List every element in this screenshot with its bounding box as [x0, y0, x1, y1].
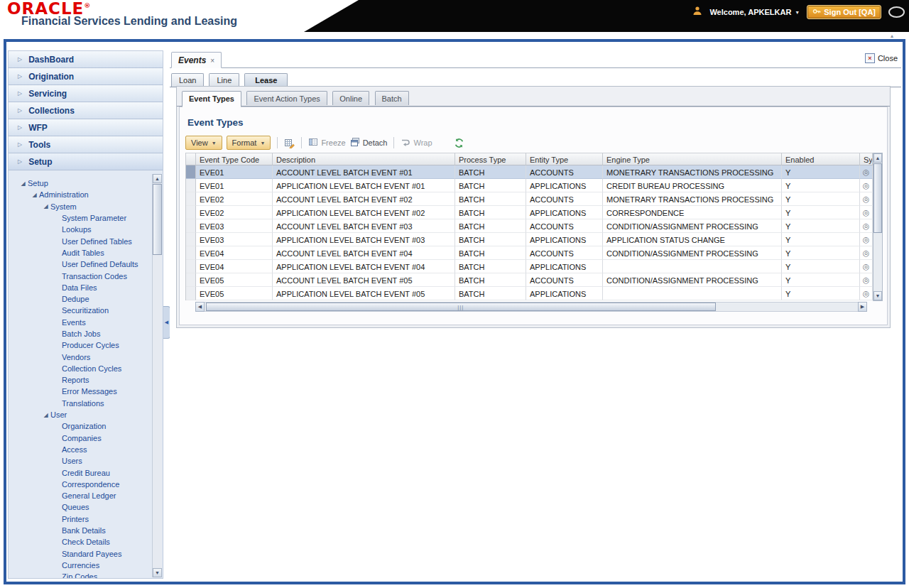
- table-vertical-scrollbar[interactable]: ▲ ▼: [873, 153, 883, 301]
- tree-item[interactable]: Currencies: [9, 560, 151, 571]
- tree-item[interactable]: Credit Bureau: [9, 467, 151, 478]
- cell-process-type[interactable]: BATCH: [455, 260, 526, 273]
- cell-process-type[interactable]: BATCH: [455, 165, 526, 179]
- tree-item[interactable]: Queues: [9, 501, 151, 513]
- row-gutter-cell[interactable]: [186, 165, 196, 179]
- table-row[interactable]: EVE02 APPLICATION LEVEL BATCH EVENT #02 …: [186, 206, 873, 219]
- tree-expand-icon[interactable]: ◢: [41, 412, 50, 418]
- row-gutter-cell[interactable]: [186, 273, 196, 287]
- scroll-up-button[interactable]: ▲: [873, 153, 882, 163]
- cell-event-type-code[interactable]: EVE02: [196, 192, 273, 206]
- cell-description[interactable]: ACCOUNT LEVEL BATCH EVENT #01: [273, 165, 455, 179]
- view-menu-button[interactable]: View ▼: [185, 136, 222, 150]
- wrap-button[interactable]: Wrap: [401, 137, 432, 148]
- cell-engine-type[interactable]: CREDIT BUREAU PROCESSING: [603, 179, 782, 192]
- tree-item[interactable]: Error Messages: [9, 386, 151, 397]
- tree-item[interactable]: Events: [9, 317, 151, 328]
- cell-enabled[interactable]: Y: [782, 246, 860, 260]
- cell-event-type-code[interactable]: EVE01: [196, 179, 273, 192]
- system-radio-icon[interactable]: ◎: [863, 275, 870, 285]
- tree-item[interactable]: Zip Codes: [9, 571, 151, 578]
- table-horizontal-scrollbar[interactable]: ◀ ||| ▶: [195, 302, 867, 312]
- cell-enabled[interactable]: Y: [782, 287, 860, 300]
- table-row[interactable]: EVE03 ACCOUNT LEVEL BATCH EVENT #03 BATC…: [186, 219, 873, 233]
- detach-button[interactable]: Detach: [350, 137, 388, 148]
- events-document-tab[interactable]: Events ×: [171, 52, 222, 68]
- accordion-item[interactable]: ▷ DashBoard: [9, 51, 163, 68]
- cell-description[interactable]: APPLICATION LEVEL BATCH EVENT #02: [273, 206, 455, 219]
- close-page-button[interactable]: × Close: [865, 53, 898, 63]
- tree-item[interactable]: Dedupe: [9, 293, 151, 305]
- tree-item[interactable]: Audit Tables: [9, 247, 151, 258]
- scrollbar-thumb[interactable]: |||: [206, 303, 716, 311]
- system-radio-icon[interactable]: ◎: [863, 248, 870, 258]
- cell-event-type-code[interactable]: EVE03: [196, 233, 273, 246]
- cell-description[interactable]: ACCOUNT LEVEL BATCH EVENT #02: [273, 192, 455, 206]
- tree-expand-icon[interactable]: ◢: [41, 203, 50, 209]
- table-row[interactable]: EVE04 ACCOUNT LEVEL BATCH EVENT #04 BATC…: [186, 246, 873, 260]
- tree-item[interactable]: Vendors: [9, 351, 151, 362]
- cell-engine-type[interactable]: [603, 287, 782, 300]
- row-gutter-cell[interactable]: [186, 219, 196, 233]
- cell-enabled[interactable]: Y: [782, 219, 860, 233]
- cell-entity-type[interactable]: APPLICATIONS: [526, 233, 603, 246]
- tree-expand-icon[interactable]: ◢: [18, 180, 28, 187]
- system-radio-icon[interactable]: ◎: [863, 180, 870, 190]
- header-entity-type[interactable]: Entity Type: [526, 153, 603, 165]
- tree-item[interactable]: Bank Details: [9, 525, 151, 536]
- tree-item[interactable]: ◢ Setup: [9, 178, 151, 189]
- cell-description[interactable]: APPLICATION LEVEL BATCH EVENT #03: [273, 233, 455, 246]
- accordion-item[interactable]: ▷ Setup: [9, 153, 163, 170]
- tree-item[interactable]: ◢ User: [9, 409, 151, 420]
- cell-event-type-code[interactable]: EVE03: [196, 219, 273, 233]
- row-gutter-cell[interactable]: [186, 246, 196, 260]
- tree-item[interactable]: Users: [9, 455, 151, 467]
- table-row[interactable]: EVE05 ACCOUNT LEVEL BATCH EVENT #05 BATC…: [186, 273, 873, 287]
- table-row[interactable]: EVE04 APPLICATION LEVEL BATCH EVENT #04 …: [186, 260, 873, 273]
- tab-loan[interactable]: Loan: [171, 73, 204, 87]
- tab-event-action-types[interactable]: Event Action Types: [246, 91, 327, 105]
- accordion-item[interactable]: ▷ Origination: [9, 68, 163, 85]
- row-gutter-cell[interactable]: [186, 179, 196, 192]
- tree-item[interactable]: System Parameter: [9, 212, 151, 224]
- tab-line[interactable]: Line: [209, 73, 239, 87]
- freeze-button[interactable]: Freeze: [308, 137, 345, 148]
- cell-enabled[interactable]: Y: [782, 179, 860, 192]
- tree-item[interactable]: Companies: [9, 432, 151, 444]
- tab-lease[interactable]: Lease: [244, 73, 288, 87]
- tab-close-icon[interactable]: ×: [210, 57, 214, 65]
- row-gutter-cell[interactable]: [186, 206, 196, 219]
- tree-item[interactable]: Data Files: [9, 282, 151, 293]
- tab-online[interactable]: Online: [332, 91, 369, 105]
- cell-event-type-code[interactable]: EVE04: [196, 246, 273, 260]
- top-splitter-collapse-icon[interactable]: ▴: [891, 33, 893, 39]
- tree-item[interactable]: Translations: [9, 398, 151, 409]
- cell-description[interactable]: ACCOUNT LEVEL BATCH EVENT #05: [273, 273, 455, 287]
- tree-item[interactable]: ◢ System: [9, 201, 151, 212]
- accordion-item[interactable]: ▷ Servicing: [9, 85, 163, 102]
- row-gutter-cell[interactable]: [186, 233, 196, 246]
- system-radio-icon[interactable]: ◎: [863, 167, 870, 177]
- cell-entity-type[interactable]: APPLICATIONS: [526, 206, 603, 219]
- scrollbar-track[interactable]: |||: [205, 302, 858, 312]
- cell-event-type-code[interactable]: EVE01: [196, 165, 273, 179]
- system-radio-icon[interactable]: ◎: [863, 194, 870, 204]
- cell-process-type[interactable]: BATCH: [455, 206, 526, 219]
- sign-out-button[interactable]: Sign Out [QA]: [807, 5, 881, 19]
- cell-engine-type[interactable]: APPLICATION STATUS CHANGE: [603, 233, 782, 246]
- system-radio-icon[interactable]: ◎: [863, 207, 870, 217]
- cell-enabled[interactable]: Y: [782, 192, 860, 206]
- system-radio-icon[interactable]: ◎: [863, 261, 870, 271]
- cell-engine-type[interactable]: CONDITION/ASSIGNMENT PROCESSING: [603, 219, 782, 233]
- cell-enabled[interactable]: Y: [782, 233, 860, 246]
- welcome-menu[interactable]: Welcome, APKELKAR ▼: [709, 8, 800, 16]
- cell-process-type[interactable]: BATCH: [455, 273, 526, 287]
- tree-item[interactable]: Access: [9, 444, 151, 455]
- header-engine-type[interactable]: Engine Type: [603, 153, 782, 165]
- cell-entity-type[interactable]: ACCOUNTS: [526, 273, 603, 287]
- tab-event-types[interactable]: Event Types: [182, 91, 241, 107]
- cell-enabled[interactable]: Y: [782, 273, 860, 287]
- tree-expand-icon[interactable]: ◢: [30, 192, 39, 198]
- tree-item[interactable]: Printers: [9, 513, 151, 525]
- tree-item[interactable]: Transaction Codes: [9, 270, 151, 281]
